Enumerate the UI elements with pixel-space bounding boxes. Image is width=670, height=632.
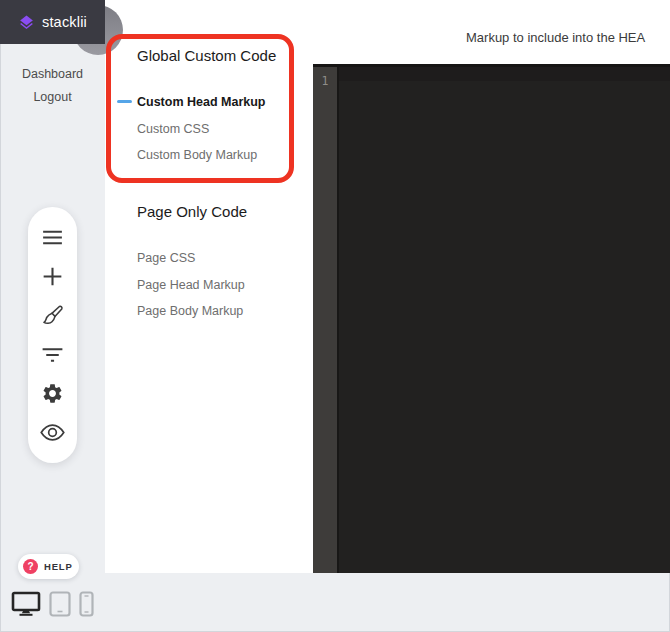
active-item-indicator (117, 100, 132, 103)
help-button[interactable]: ? HELP (18, 554, 79, 579)
eye-icon[interactable] (39, 418, 67, 446)
gear-icon[interactable] (39, 379, 67, 407)
side-toolbar (28, 207, 77, 463)
editor-code-area[interactable] (339, 67, 670, 573)
paintbrush-icon[interactable] (39, 302, 67, 330)
help-label: HELP (44, 561, 73, 572)
menu-item-custom-css[interactable]: Custom CSS (137, 122, 209, 136)
layers-icon (18, 14, 35, 31)
brand-name: stacklii (42, 14, 87, 30)
filter-icon[interactable] (39, 340, 67, 368)
code-editor[interactable]: 1 (313, 64, 670, 573)
tablet-icon[interactable] (49, 591, 71, 617)
menu-item-page-css[interactable]: Page CSS (137, 251, 195, 265)
sidebar-link-dashboard[interactable]: Dashboard (0, 67, 105, 81)
desktop-icon[interactable] (11, 591, 41, 617)
sidebar-link-logout[interactable]: Logout (0, 90, 105, 104)
section-title-global-custom-code: Global Custom Code (137, 47, 276, 64)
editor-gutter: 1 (313, 67, 339, 573)
line-number: 1 (322, 74, 329, 88)
menu-item-custom-head-markup[interactable]: Custom Head Markup (137, 95, 266, 109)
menu-item-page-body-markup[interactable]: Page Body Markup (137, 304, 243, 318)
device-toggles (11, 591, 94, 617)
menu-item-page-head-markup[interactable]: Page Head Markup (137, 278, 245, 292)
section-title-page-only-code: Page Only Code (137, 203, 247, 220)
plus-icon[interactable] (39, 263, 67, 291)
brand-header[interactable]: stacklii (0, 0, 105, 44)
question-icon: ? (23, 559, 38, 574)
phone-icon[interactable] (79, 591, 94, 617)
menu-item-custom-body-markup[interactable]: Custom Body Markup (137, 148, 257, 162)
menu-icon[interactable] (39, 224, 67, 252)
app-window: stacklii Dashboard Logout (0, 0, 670, 632)
editor-description: Markup to include into the HEA (466, 30, 645, 45)
